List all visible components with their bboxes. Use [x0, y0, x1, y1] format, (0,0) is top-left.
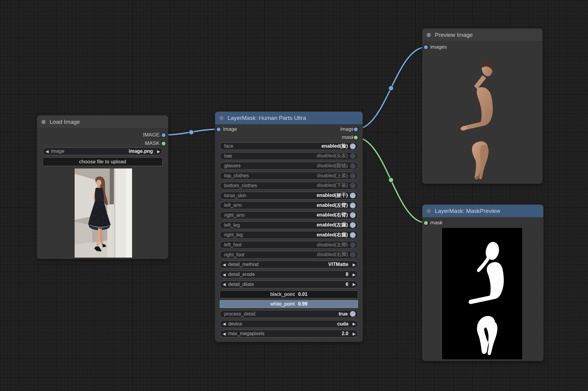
node-mask-preview-header[interactable]: LayerMask: MaskPreview — [422, 205, 543, 217]
toggle-dot-icon[interactable] — [350, 232, 356, 238]
widget-right_foot[interactable]: right_footdisabled(右脚) — [220, 251, 358, 259]
mask-output-port[interactable] — [354, 136, 358, 139]
widget-detail_method[interactable]: ◀detail_methodVITMatte▶ — [220, 261, 358, 268]
node-title: Preview Image — [435, 32, 473, 38]
toggle-dot-icon[interactable] — [350, 193, 356, 198]
node-load-image[interactable]: Load Image IMAGE MASK ◀ image image.png … — [37, 116, 168, 259]
wire-midpoint-dot[interactable] — [389, 86, 393, 91]
node-human-parts-header[interactable]: LayerMask: Human Parts Ultra — [215, 112, 363, 124]
node-title: LayerMask: Human Parts Ultra — [228, 115, 306, 121]
node-load-image-header[interactable]: Load Image — [37, 116, 168, 128]
collapse-dot-icon[interactable] — [427, 209, 431, 213]
widget-image-combo[interactable]: ◀ image image.png ▶ — [43, 147, 163, 155]
collapse-dot-icon[interactable] — [427, 33, 431, 37]
node-preview-image[interactable]: Preview Image images — [422, 29, 542, 184]
widget-glasses[interactable]: glassesdisabled(眼镜) — [220, 162, 358, 170]
input-slot-images: images — [430, 43, 447, 51]
widget-process_detail[interactable]: process_detailtrue — [220, 310, 358, 318]
toggle-dot-icon[interactable] — [350, 173, 356, 179]
combo-left-arrow-icon[interactable]: ◀ — [223, 263, 226, 267]
widget-hair[interactable]: hairdisabled(头发) — [220, 152, 358, 160]
widget-detail_dilate[interactable]: ◀detail_dilate6▶ — [220, 280, 358, 288]
combo-left-arrow-icon[interactable]: ◀ — [223, 322, 226, 326]
widget-right_arm[interactable]: right_armenabled(右臂) — [220, 211, 358, 219]
combo-left-arrow-icon[interactable]: ◀ — [223, 273, 226, 277]
toggle-dot-icon[interactable] — [350, 203, 356, 208]
node-mask-preview[interactable]: LayerMask: MaskPreview mask — [422, 205, 543, 361]
combo-right-arrow-icon[interactable]: ▶ — [353, 263, 356, 267]
preview-figure-image — [431, 53, 534, 180]
widget-face[interactable]: faceenabled(脸) — [220, 142, 358, 150]
widget-top_clothes[interactable]: top_clothesdisabled(上装) — [220, 172, 358, 180]
toggle-dot-icon[interactable] — [350, 163, 356, 169]
combo-right-arrow-icon[interactable]: ▶ — [353, 322, 356, 326]
widget-left_foot[interactable]: left_footdisabled(左脚) — [220, 241, 358, 249]
widget-torso_skin[interactable]: torso_skinenabled(躯干) — [220, 192, 358, 200]
node-title: Load Image — [50, 119, 80, 125]
wire-midpoint-dot[interactable] — [389, 178, 393, 182]
widget-right_leg[interactable]: right_legenabled(右腿) — [220, 231, 358, 239]
node-graph-canvas[interactable]: Load Image IMAGE MASK ◀ image image.png … — [0, 0, 588, 391]
combo-right-arrow-icon[interactable]: ▶ — [157, 149, 160, 153]
toggle-dot-icon[interactable] — [350, 143, 356, 149]
node-preview-image-header[interactable]: Preview Image — [422, 29, 542, 41]
combo-left-arrow-icon[interactable]: ◀ — [223, 332, 226, 336]
widget-left_arm[interactable]: left_armenabled(左臂) — [220, 201, 358, 209]
widget-white_point[interactable]: white_point0.99 — [220, 300, 358, 308]
photo-thumbnail — [75, 168, 132, 258]
collapse-dot-icon[interactable] — [41, 120, 46, 124]
combo-left-arrow-icon[interactable]: ◀ — [223, 282, 226, 286]
node-human-parts-ultra[interactable]: LayerMask: Human Parts Ultra image image… — [215, 112, 363, 342]
output-slot-mask: mask — [342, 133, 354, 141]
toggle-dot-icon[interactable] — [350, 153, 356, 159]
widget-detail_erode[interactable]: ◀detail_erode8▶ — [220, 271, 358, 278]
combo-left-arrow-icon[interactable]: ◀ — [46, 149, 49, 153]
image-output-port[interactable] — [162, 133, 166, 137]
mask-silhouette-image — [442, 228, 522, 359]
widget-black_point[interactable]: black_point0.01 — [220, 290, 358, 298]
combo-value: image.png — [129, 149, 153, 154]
toggle-dot-icon[interactable] — [350, 242, 356, 248]
toggle-dot-icon[interactable] — [350, 212, 356, 218]
collapse-dot-icon[interactable] — [219, 116, 224, 120]
toggle-dot-icon[interactable] — [350, 252, 356, 258]
output-slot-image: IMAGE — [143, 131, 160, 139]
input-slot-image: image — [223, 125, 237, 133]
combo-right-arrow-icon[interactable]: ▶ — [353, 282, 356, 286]
widget-left_leg[interactable]: left_legenabled(左腿) — [220, 221, 358, 229]
choose-file-button[interactable]: choose file to upload — [43, 157, 163, 166]
image-output-port[interactable] — [354, 127, 358, 131]
input-slot-mask: mask — [430, 219, 443, 227]
combo-right-arrow-icon[interactable]: ▶ — [353, 332, 356, 336]
widget-max_megapixels[interactable]: ◀max_megapixels2.0▶ — [220, 330, 358, 338]
toggle-dot-icon[interactable] — [350, 183, 356, 188]
toggle-dot-icon[interactable] — [350, 222, 356, 228]
widget-bottom_clothes[interactable]: bottom_clothesdisabled(下装) — [220, 182, 358, 190]
image-input-port[interactable] — [217, 127, 221, 131]
mask-output-port[interactable] — [162, 142, 166, 146]
output-slot-mask: MASK — [145, 139, 160, 147]
toggle-dot-icon[interactable] — [350, 311, 356, 317]
combo-right-arrow-icon[interactable]: ▶ — [353, 273, 356, 277]
output-slot-image: image — [340, 125, 354, 133]
node-title: LayerMask: MaskPreview — [435, 208, 500, 214]
mask-input-port[interactable] — [424, 221, 428, 225]
wire-midpoint-dot[interactable] — [189, 130, 194, 135]
images-input-port[interactable] — [424, 45, 428, 49]
widget-device[interactable]: ◀devicecuda▶ — [220, 320, 358, 328]
